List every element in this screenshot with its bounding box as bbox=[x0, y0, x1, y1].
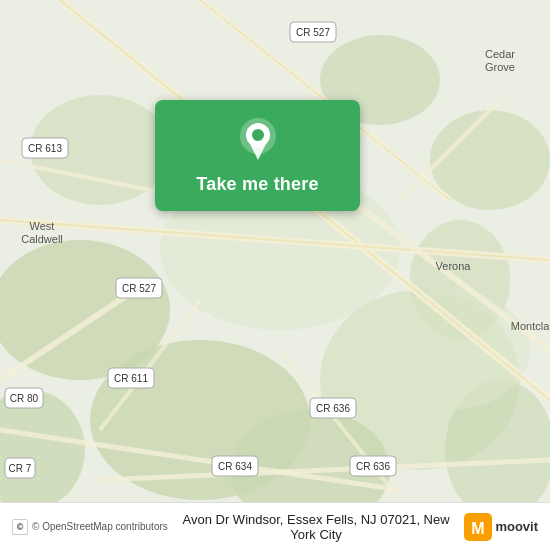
map-container: CR 527 CR 613 CR 506 CR 527 CR 611 CR 63… bbox=[0, 0, 550, 550]
location-card: Take me there bbox=[155, 100, 360, 211]
svg-text:Cedar: Cedar bbox=[485, 48, 515, 60]
svg-text:Montcla: Montcla bbox=[511, 320, 550, 332]
svg-text:CR 613: CR 613 bbox=[28, 143, 62, 154]
svg-text:Caldwell: Caldwell bbox=[21, 233, 63, 245]
svg-text:CR 80: CR 80 bbox=[10, 393, 39, 404]
svg-point-12 bbox=[370, 290, 530, 410]
svg-text:CR 527: CR 527 bbox=[296, 27, 330, 38]
osm-text: © OpenStreetMap contributors bbox=[32, 521, 168, 532]
svg-text:CR 636: CR 636 bbox=[356, 461, 390, 472]
svg-point-55 bbox=[252, 129, 264, 141]
svg-text:Grove: Grove bbox=[485, 61, 515, 73]
svg-text:CR 634: CR 634 bbox=[218, 461, 252, 472]
svg-text:M: M bbox=[472, 520, 485, 537]
svg-text:West: West bbox=[30, 220, 55, 232]
take-me-there-button[interactable]: Take me there bbox=[196, 174, 318, 195]
svg-text:CR 636: CR 636 bbox=[316, 403, 350, 414]
svg-text:CR 527: CR 527 bbox=[122, 283, 156, 294]
address-label: Avon Dr Windsor, Essex Fells, NJ 07021, … bbox=[168, 512, 465, 542]
osm-attribution: © © OpenStreetMap contributors bbox=[12, 519, 168, 535]
bottom-bar: © © OpenStreetMap contributors Avon Dr W… bbox=[0, 502, 550, 550]
svg-text:CR 611: CR 611 bbox=[114, 373, 148, 384]
moovit-text: moovit bbox=[495, 519, 538, 534]
svg-text:CR 7: CR 7 bbox=[9, 463, 32, 474]
moovit-logo: M moovit bbox=[464, 513, 538, 541]
osm-logo-icon: © bbox=[12, 519, 28, 535]
moovit-icon: M bbox=[464, 513, 492, 541]
location-pin-icon bbox=[236, 118, 280, 162]
svg-text:Verona: Verona bbox=[436, 260, 472, 272]
